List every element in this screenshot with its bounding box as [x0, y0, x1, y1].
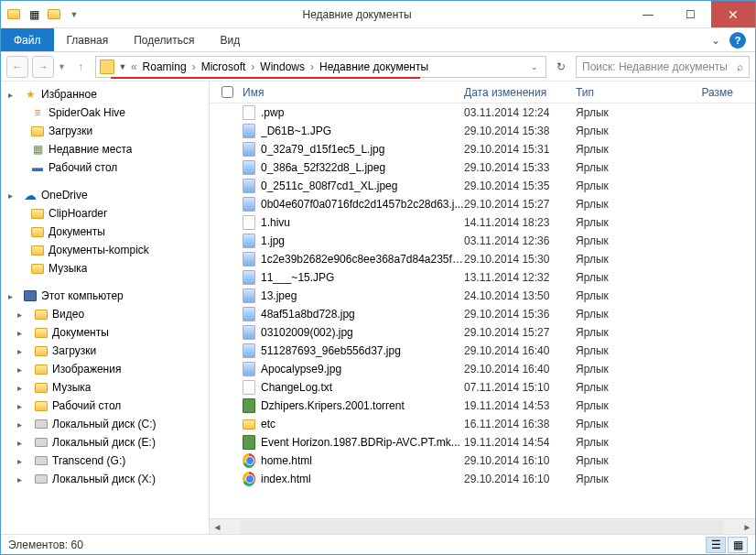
- file-row[interactable]: 0_386a_52f322d8_L.jpeg 29.10.2014 15:33 …: [210, 158, 755, 177]
- file-icon: [243, 453, 255, 468]
- app-icon[interactable]: [6, 7, 21, 22]
- file-row[interactable]: 0_32a79_d15f1ec5_L.jpg 29.10.2014 15:31 …: [210, 140, 755, 158]
- forward-button[interactable]: →: [32, 56, 54, 78]
- up-button[interactable]: ↑: [70, 56, 92, 78]
- scroll-left-icon[interactable]: ◄: [210, 522, 225, 532]
- sidebar-drive-c[interactable]: ▸Локальный диск (C:): [1, 415, 209, 433]
- sidebar-cliphoarder[interactable]: ClipHoarder: [1, 204, 209, 223]
- favorites-group: ▸★Избранное ≡SpiderOak Hive Загрузки ▦Не…: [1, 85, 209, 177]
- file-row[interactable]: .pwp 03.11.2014 12:24 Ярлык: [210, 103, 755, 122]
- crumb-recent[interactable]: Недавние документы: [316, 60, 432, 73]
- scroll-right-icon[interactable]: ►: [740, 522, 755, 532]
- file-row[interactable]: 13.jpeg 24.10.2014 13:50 Ярлык: [210, 287, 755, 305]
- details-view-button[interactable]: ☰: [706, 537, 726, 553]
- navigation-pane[interactable]: ▸★Избранное ≡SpiderOak Hive Загрузки ▦Не…: [1, 82, 210, 534]
- file-type-cell: Ярлык: [576, 161, 664, 174]
- crumb-microsoft[interactable]: Microsoft: [198, 60, 250, 73]
- sidebar-music[interactable]: ▸Музыка: [1, 378, 209, 397]
- sidebar-videos[interactable]: ▸Видео: [1, 305, 209, 323]
- sidebar-drive-e[interactable]: ▸Локальный диск (E:): [1, 433, 209, 452]
- new-folder-icon[interactable]: [47, 7, 61, 22]
- onedrive-group: ▸☁OneDrive ClipHoarder Документы Докумен…: [1, 186, 209, 278]
- tab-home[interactable]: Главная: [54, 28, 122, 51]
- sidebar-documents-od[interactable]: Документы: [1, 223, 209, 241]
- select-all-checkbox[interactable]: [215, 86, 239, 98]
- recent-locations-icon[interactable]: ▼: [58, 62, 66, 71]
- maximize-button[interactable]: ☐: [669, 1, 711, 27]
- search-input[interactable]: Поиск: Недавние документы ⌕: [576, 56, 750, 78]
- horizontal-scrollbar[interactable]: ◄ ►: [210, 518, 755, 534]
- file-row[interactable]: _D61B~1.JPG 29.10.2014 15:38 Ярлык: [210, 122, 755, 140]
- sidebar-spideroak[interactable]: ≡SpiderOak Hive: [1, 103, 209, 122]
- sidebar-documents-kompick[interactable]: Документы-kompick: [1, 241, 209, 259]
- crumb-roaming[interactable]: Roaming: [139, 60, 190, 73]
- icons-view-button[interactable]: ▦: [728, 537, 748, 553]
- file-row[interactable]: etc 16.11.2014 16:38 Ярлык: [210, 415, 755, 433]
- tab-share[interactable]: Поделиться: [121, 28, 207, 51]
- file-row[interactable]: Event Horizon.1987.BDRip-AVC.PT.mk... 19…: [210, 433, 755, 452]
- help-icon[interactable]: ?: [729, 32, 746, 49]
- file-list[interactable]: .pwp 03.11.2014 12:24 Ярлык _D61B~1.JPG …: [210, 103, 755, 518]
- favorites-root[interactable]: ▸★Избранное: [1, 85, 209, 103]
- file-row[interactable]: 0b04e607f0a0716fdc2d1457b2c28d63.j... 29…: [210, 195, 755, 213]
- file-type-cell: Ярлык: [576, 253, 664, 266]
- sidebar-drive-g[interactable]: ▸Transcend (G:): [1, 452, 209, 470]
- file-row[interactable]: 1c2e39b2682e906c8ee368a7d84a235f_f... 29…: [210, 250, 755, 268]
- file-type-cell: Ярлык: [576, 180, 664, 192]
- column-date[interactable]: Дата изменения: [464, 86, 576, 99]
- file-row[interactable]: 1.jpg 03.11.2014 12:36 Ярлык: [210, 232, 755, 250]
- sidebar-desktop[interactable]: ▬Рабочий стол: [1, 158, 209, 177]
- file-date-cell: 29.10.2014 16:10: [464, 454, 576, 467]
- file-row[interactable]: 511287693_96eb556d37.jpg 29.10.2014 16:4…: [210, 342, 755, 360]
- column-headers: Имя Дата изменения Тип Разме: [210, 82, 755, 103]
- expand-ribbon-icon[interactable]: ⌄: [711, 34, 720, 47]
- tab-file[interactable]: Файл: [1, 28, 54, 51]
- sidebar-pictures[interactable]: ▸Изображения: [1, 360, 209, 378]
- address-bar[interactable]: ▼ « Roaming › Microsoft › Windows › Неда…: [95, 56, 546, 78]
- file-row[interactable]: Apocalypse9.jpg 29.10.2014 16:40 Ярлык: [210, 360, 755, 378]
- sidebar-music-od[interactable]: Музыка: [1, 259, 209, 278]
- column-name[interactable]: Имя: [239, 86, 464, 99]
- back-button[interactable]: ←: [6, 56, 28, 78]
- file-type-cell: Ярлык: [576, 418, 664, 430]
- sidebar-drive-x[interactable]: ▸Локальный диск (X:): [1, 470, 209, 488]
- minimize-button[interactable]: —: [627, 1, 669, 27]
- qat-dropdown-icon[interactable]: ▼: [67, 7, 81, 22]
- sidebar-recent[interactable]: ▦Недавние места: [1, 140, 209, 158]
- file-row[interactable]: Dzhipers.Kripers.2001.torrent 19.11.2014…: [210, 397, 755, 415]
- sidebar-downloads-pc[interactable]: ▸Загрузки: [1, 342, 209, 360]
- file-name-cell: .pwp: [239, 105, 464, 120]
- onedrive-root[interactable]: ▸☁OneDrive: [1, 186, 209, 204]
- file-row[interactable]: 48af51a8bd728.jpg 29.10.2014 15:36 Ярлык: [210, 305, 755, 323]
- file-date-cell: 29.10.2014 16:10: [464, 473, 576, 485]
- file-name-cell: 1.hivu: [239, 215, 464, 230]
- column-size[interactable]: Разме: [664, 86, 755, 99]
- sidebar-documents[interactable]: ▸Документы: [1, 323, 209, 342]
- file-date-cell: 29.10.2014 15:27: [464, 326, 576, 339]
- file-row[interactable]: ChangeLog.txt 07.11.2014 15:10 Ярлык: [210, 378, 755, 397]
- file-icon: [243, 307, 255, 321]
- file-row[interactable]: index.html 29.10.2014 16:10 Ярлык: [210, 470, 755, 488]
- file-type-cell: Ярлык: [576, 234, 664, 247]
- file-icon: [243, 398, 255, 413]
- file-row[interactable]: 1.hivu 14.11.2014 18:23 Ярлык: [210, 213, 755, 232]
- file-type-cell: Ярлык: [576, 381, 664, 394]
- crumb-windows[interactable]: Windows: [256, 60, 308, 73]
- file-name-cell: index.html: [239, 472, 464, 486]
- breadcrumbs: « Roaming › Microsoft › Windows › Недавн…: [131, 60, 525, 73]
- column-type[interactable]: Тип: [576, 86, 664, 99]
- sidebar-desktop-pc[interactable]: ▸Рабочий стол: [1, 397, 209, 415]
- properties-icon[interactable]: ▦: [27, 7, 41, 22]
- history-dropdown-icon[interactable]: ▼: [116, 62, 129, 71]
- close-button[interactable]: ✕: [711, 1, 755, 27]
- file-row[interactable]: home.html 29.10.2014 16:10 Ярлык: [210, 452, 755, 470]
- file-row[interactable]: 03102009(002).jpg 29.10.2014 15:27 Ярлык: [210, 323, 755, 342]
- tab-view[interactable]: Вид: [207, 28, 253, 51]
- file-row[interactable]: 11___~15.JPG 13.11.2014 12:32 Ярлык: [210, 268, 755, 287]
- refresh-button[interactable]: ↻: [550, 56, 572, 78]
- file-row[interactable]: 0_2511c_808f7cd1_XL.jpeg 29.10.2014 15:3…: [210, 177, 755, 195]
- thispc-root[interactable]: ▸Этот компьютер: [1, 287, 209, 305]
- sidebar-downloads[interactable]: Загрузки: [1, 122, 209, 140]
- file-icon: [243, 435, 255, 450]
- address-dropdown-icon[interactable]: ⌄: [527, 62, 542, 71]
